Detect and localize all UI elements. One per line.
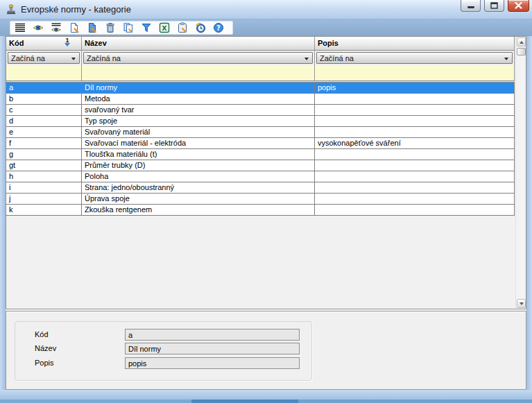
svg-text:?: ? (216, 24, 221, 32)
detail-label-popis: Popis (35, 357, 54, 369)
delete-record-icon-button[interactable] (104, 22, 116, 34)
window-title: Evropské normy - kategorie (21, 0, 131, 19)
table-row[interactable]: a Díl normy popis (6, 83, 515, 94)
filter-input-kod[interactable] (6, 65, 82, 80)
taskbar-edge (0, 400, 532, 403)
edit-record-icon-button[interactable] (86, 22, 98, 34)
toolbar-band: X ? (0, 19, 532, 36)
detail-field-kod[interactable]: a (125, 329, 300, 341)
vertical-scrollbar[interactable] (515, 37, 526, 309)
detail-field-popis[interactable]: popis (125, 357, 300, 369)
filter-icon-button[interactable] (140, 22, 152, 34)
window-right-border (526, 36, 532, 390)
filter-operator-kod[interactable]: Začíná na (8, 52, 80, 64)
arrow-down-icon (520, 302, 524, 307)
scroll-down-button[interactable] (517, 299, 526, 308)
window-left-border (0, 36, 6, 390)
view-details-icon-button[interactable] (50, 22, 62, 34)
detail-label-kod: Kód (35, 329, 49, 341)
filter-input-popis[interactable] (315, 65, 515, 80)
filter-operator-row: Začíná na Začíná na Začíná na (6, 51, 515, 65)
table-row[interactable]: e Svařovaný materiál (6, 127, 515, 138)
detail-label-nazev: Název (35, 343, 56, 354)
title-bar: Evropské normy - kategorie (0, 0, 532, 19)
table-row[interactable]: gt Průměr trubky (D) (6, 160, 515, 171)
history-icon-button[interactable] (194, 22, 206, 34)
help-icon-button[interactable]: ? (212, 22, 224, 34)
table-row[interactable]: c svařovaný tvar (6, 105, 515, 116)
filter-input-row (6, 65, 515, 80)
minimize-button[interactable] (461, 0, 481, 12)
filter-operator-nazev[interactable]: Začíná na (83, 52, 313, 64)
column-header-kod[interactable]: Kód 1 (6, 37, 82, 51)
maximize-button[interactable] (484, 0, 504, 12)
app-window: Evropské normy - kategorie (0, 0, 532, 403)
table-row[interactable]: b Metoda (6, 94, 515, 105)
detail-groupbox: Kód a Název Díl normy Popis popis (15, 321, 312, 381)
column-header-nazev[interactable]: Název (82, 37, 315, 51)
detail-field-nazev[interactable]: Díl normy (125, 343, 300, 354)
report-icon-button[interactable] (176, 22, 188, 34)
table-row[interactable]: i Strana: jedno/oboustranný (6, 182, 515, 194)
table-row[interactable]: k Zkouška rentgenem (6, 205, 515, 216)
arrow-up-icon (520, 39, 524, 44)
detail-panel: Kód a Název Díl normy Popis popis (6, 311, 526, 390)
table-row[interactable]: f Svařovací materiál - elektróda vysokon… (6, 138, 515, 149)
stamp-icon (6, 4, 17, 15)
data-grid: Kód 1 Název Popis Začíná na Začíná na Za… (6, 36, 526, 309)
grid-rows-button[interactable] (14, 22, 26, 34)
table-row[interactable]: g Tloušťka materiálu (t) (6, 149, 515, 160)
grid-header-row: Kód 1 Název Popis (6, 37, 515, 51)
sort-indicator: 1 (63, 37, 71, 49)
table-row[interactable]: h Poloha (6, 171, 515, 182)
new-record-icon-button[interactable] (68, 22, 80, 34)
export-excel-icon-button[interactable]: X (158, 22, 170, 34)
svg-text:X: X (162, 24, 167, 32)
window-controls (461, 0, 529, 12)
copy-record-icon-button[interactable] (122, 22, 134, 34)
table-row[interactable]: d Typ spoje (6, 116, 515, 127)
scrollbar-thumb[interactable] (517, 48, 526, 55)
filter-input-nazev[interactable] (82, 65, 315, 80)
view-icon-button[interactable] (32, 22, 44, 34)
table-row[interactable]: j Úprava spoje (6, 194, 515, 205)
column-header-popis[interactable]: Popis (315, 37, 515, 51)
scroll-up-button[interactable] (517, 37, 526, 46)
toolbar: X ? (10, 21, 233, 35)
filter-operator-popis[interactable]: Začíná na (316, 52, 513, 64)
close-button[interactable] (508, 0, 529, 12)
